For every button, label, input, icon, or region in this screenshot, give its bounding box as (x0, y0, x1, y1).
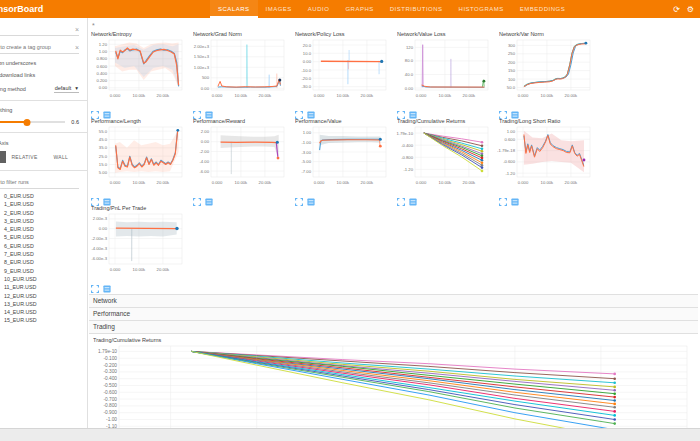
line-chart[interactable]: 1.000.600-1.79e-18-0.600-1.200.00010.00k… (497, 124, 597, 190)
data-download-links-checkbox[interactable]: Data download links (0, 72, 87, 78)
run-item[interactable]: 13_EUR.USD (0, 300, 87, 308)
run-item[interactable]: 3_EUR.USD (0, 217, 87, 225)
run-item[interactable]: 2_EUR.USD (0, 209, 87, 217)
tag-filter-input[interactable] (0, 25, 75, 33)
expand-chart-icon[interactable] (397, 192, 405, 200)
expand-chart-icon[interactable] (295, 192, 303, 200)
tab-distributions[interactable]: DISTRIBUTIONS (382, 0, 451, 18)
axis-option-relative[interactable]: RELATIVE (6, 151, 42, 163)
run-item[interactable]: 6_EUR.USD (0, 242, 87, 250)
line-chart[interactable]: 1.79e-10-0.400-0.800-1.200.00010.00k20.0… (395, 124, 495, 190)
tab-audio[interactable]: AUDIO (300, 0, 338, 18)
run-item[interactable]: 11_EUR.USD (0, 283, 87, 291)
clear-icon[interactable]: × (75, 45, 79, 50)
run-item[interactable]: 12_EUR.USD (0, 292, 87, 300)
expand-chart-icon[interactable] (397, 105, 405, 113)
smoothing-value[interactable]: 0.6 (71, 119, 79, 125)
tab-embeddings[interactable]: EMBEDDINGS (512, 0, 573, 18)
gear-icon[interactable]: ⚙ (687, 5, 694, 14)
data-table-icon[interactable] (511, 105, 519, 113)
data-table-icon[interactable] (409, 105, 417, 113)
line-chart[interactable]: 2.000.00-2.00-4.00-6.000.00010.00k20.00k (191, 124, 291, 190)
sidebar: × × Split on underscores Data download l… (0, 18, 88, 428)
svg-text:1.00: 1.00 (99, 49, 108, 54)
svg-text:15.0: 15.0 (99, 162, 108, 167)
run-item[interactable]: 10_EUR.USD (0, 275, 87, 283)
data-table-icon[interactable] (307, 192, 315, 200)
expand-chart-icon[interactable] (193, 192, 201, 200)
tab-histograms[interactable]: HISTOGRAMS (451, 0, 512, 18)
tag-group-regex-input[interactable] (0, 43, 75, 51)
run-item[interactable]: 14_EUR.USD (0, 308, 87, 316)
svg-text:0.00: 0.00 (201, 139, 210, 144)
expand-chart-icon[interactable] (295, 105, 303, 113)
axis-option-wall[interactable]: WALL (43, 151, 79, 163)
svg-text:120: 120 (406, 45, 414, 50)
data-table-icon[interactable] (307, 105, 315, 113)
divider (0, 170, 87, 171)
line-chart[interactable]: 2.00e+31.50e+31.00e+35000.000.00010.00k2… (191, 37, 291, 103)
run-item[interactable]: 7_EUR.USD (0, 250, 87, 258)
tab-scalars[interactable]: SCALARS (210, 0, 258, 18)
data-table-icon[interactable] (205, 192, 213, 200)
data-table-icon[interactable] (103, 192, 111, 200)
svg-text:-1.00: -1.00 (106, 417, 117, 422)
line-chart[interactable]: 2.00e-30.00-2.00e-3-4.00e-3-6.00e-30.000… (89, 211, 189, 277)
split-underscores-checkbox[interactable]: Split on underscores (0, 60, 87, 66)
svg-text:-0.600: -0.600 (503, 159, 516, 164)
data-table-icon[interactable] (205, 105, 213, 113)
svg-text:-30.0: -30.0 (301, 84, 311, 89)
data-table-icon[interactable] (511, 192, 519, 200)
svg-text:0.00: 0.00 (99, 85, 108, 90)
slider-knob[interactable] (24, 119, 31, 126)
horizontal-axis-label: Horizontal Axis (0, 140, 87, 146)
run-item[interactable]: 0_EUR.USD (0, 192, 87, 200)
line-chart[interactable]: 55.045.035.025.015.05.000.00010.00k20.00… (89, 124, 189, 190)
line-chart[interactable]: 12080.040.00.000.00010.00k20.00k (395, 37, 495, 103)
svg-text:-2.00: -2.00 (199, 149, 209, 154)
run-item[interactable]: 15_EUR.USD (0, 316, 87, 324)
tooltip-sorting-dropdown[interactable]: default ▾ (54, 85, 79, 93)
svg-text:45.0: 45.0 (99, 137, 108, 142)
line-chart[interactable]: 30025020015010050.00.00010.00k20.00k (497, 37, 597, 103)
data-table-icon[interactable] (103, 279, 111, 287)
svg-text:10.00k: 10.00k (235, 93, 248, 98)
run-item[interactable]: 1_EUR.USD (0, 200, 87, 208)
svg-text:-1.00: -1.00 (301, 140, 311, 145)
line-chart[interactable]: 1.79e-10-0.100-0.200-0.300-0.400-0.500-0… (91, 343, 191, 428)
data-table-icon[interactable] (103, 105, 111, 113)
line-chart[interactable]: 20.010.00.00-10.0-20.0-30.00.00010.00k20… (293, 37, 393, 103)
run-item[interactable]: 5_EUR.USD (0, 233, 87, 241)
svg-text:10.00k: 10.00k (439, 93, 452, 98)
svg-text:10.00k: 10.00k (133, 180, 146, 185)
chart-card: Performance/Reward2.000.00-2.00-4.00-6.0… (191, 117, 291, 202)
run-item[interactable]: 9_EUR.USD (0, 267, 87, 275)
clear-icon[interactable]: × (75, 27, 79, 32)
run-item[interactable]: 4_EUR.USD (0, 225, 87, 233)
section-network[interactable]: Network (89, 294, 698, 307)
runs-filter-input[interactable] (0, 178, 79, 186)
svg-text:35.0: 35.0 (99, 145, 108, 150)
smoothing-slider[interactable] (0, 121, 65, 123)
expand-chart-icon[interactable] (499, 192, 507, 200)
svg-text:-1.79e-18: -1.79e-18 (497, 148, 516, 153)
expand-chart-icon[interactable] (91, 279, 99, 287)
svg-text:10.00k: 10.00k (541, 180, 554, 185)
svg-text:0.000: 0.000 (110, 93, 121, 98)
run-item[interactable]: 8_EUR.USD (0, 258, 87, 266)
expand-chart-icon[interactable] (91, 192, 99, 200)
section-trading[interactable]: Trading (89, 320, 698, 334)
expand-chart-icon[interactable] (193, 105, 201, 113)
section-performance[interactable]: Performance (89, 307, 698, 320)
refresh-icon[interactable]: ⟳ (673, 5, 680, 14)
expand-chart-icon[interactable] (91, 105, 99, 113)
svg-text:-10.0: -10.0 (301, 68, 311, 73)
line-chart[interactable]: 1.201.000.8000.6000.4000.2000.000.00010.… (89, 37, 189, 103)
data-table-icon[interactable] (409, 192, 417, 200)
svg-text:20.00k: 20.00k (361, 180, 374, 185)
tab-images[interactable]: IMAGES (258, 0, 300, 18)
tab-graphs[interactable]: GRAPHS (337, 0, 381, 18)
expand-chart-icon[interactable] (499, 105, 507, 113)
svg-text:0.00: 0.00 (201, 86, 210, 91)
line-chart[interactable]: 1.00-1.00-3.00-5.00-7.000.00010.00k20.00… (293, 124, 393, 190)
